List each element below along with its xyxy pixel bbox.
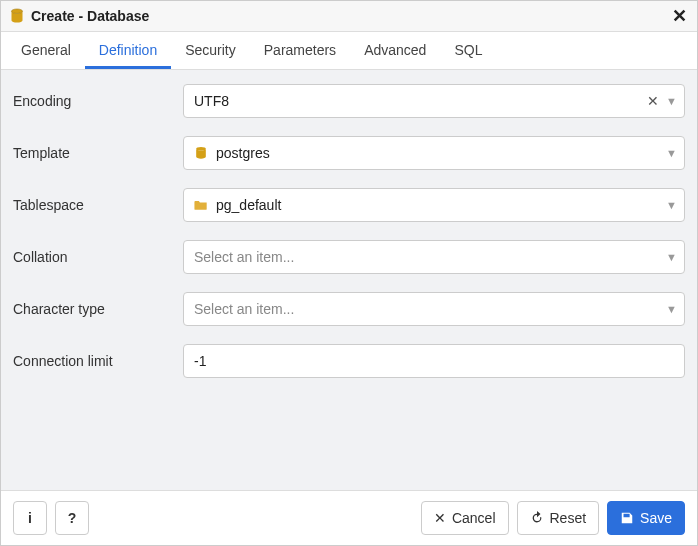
label-character-type: Character type (13, 301, 183, 317)
label-collation: Collation (13, 249, 183, 265)
info-icon: i (28, 510, 32, 526)
template-select[interactable]: postgres (183, 136, 685, 170)
tab-general[interactable]: General (7, 32, 85, 69)
save-label: Save (640, 510, 672, 526)
tablespace-select[interactable]: pg_default (183, 188, 685, 222)
connection-limit-input[interactable] (183, 344, 685, 378)
row-tablespace: Tablespace pg_default ▼ (13, 188, 685, 222)
row-encoding: Encoding UTF8 ✕ ▼ (13, 84, 685, 118)
row-template: Template postgres ▼ (13, 136, 685, 170)
cancel-label: Cancel (452, 510, 496, 526)
character-type-select[interactable]: Select an item... (183, 292, 685, 326)
help-button[interactable]: ? (55, 501, 89, 535)
save-icon (620, 511, 634, 525)
save-button[interactable]: Save (607, 501, 685, 535)
database-icon (194, 146, 208, 160)
svg-point-2 (196, 147, 206, 151)
folder-icon (194, 198, 208, 212)
encoding-value: UTF8 (194, 93, 229, 109)
close-icon: ✕ (672, 6, 687, 26)
character-type-placeholder: Select an item... (194, 301, 294, 317)
tab-advanced[interactable]: Advanced (350, 32, 440, 69)
tab-sql[interactable]: SQL (440, 32, 496, 69)
help-icon: ? (68, 510, 77, 526)
collation-placeholder: Select an item... (194, 249, 294, 265)
label-template: Template (13, 145, 183, 161)
encoding-clear-button[interactable]: ✕ (647, 94, 659, 108)
info-button[interactable]: i (13, 501, 47, 535)
row-connection-limit: Connection limit (13, 344, 685, 378)
close-button[interactable]: ✕ (672, 7, 687, 25)
tabs: General Definition Security Parameters A… (1, 32, 697, 70)
label-tablespace: Tablespace (13, 197, 183, 213)
reset-icon (530, 511, 544, 525)
tablespace-value: pg_default (216, 197, 281, 213)
close-icon: ✕ (647, 93, 659, 109)
reset-label: Reset (550, 510, 587, 526)
cancel-button[interactable]: ✕ Cancel (421, 501, 509, 535)
row-collation: Collation Select an item... ▼ (13, 240, 685, 274)
database-icon (9, 8, 25, 24)
tab-parameters[interactable]: Parameters (250, 32, 350, 69)
label-connection-limit: Connection limit (13, 353, 183, 369)
label-encoding: Encoding (13, 93, 183, 109)
row-character-type: Character type Select an item... ▼ (13, 292, 685, 326)
create-database-dialog: Create - Database ✕ General Definition S… (0, 0, 698, 546)
close-icon: ✕ (434, 510, 446, 526)
tab-definition[interactable]: Definition (85, 32, 171, 69)
template-value: postgres (216, 145, 270, 161)
form-body: Encoding UTF8 ✕ ▼ Template (1, 70, 697, 490)
tab-security[interactable]: Security (171, 32, 250, 69)
footer: i ? ✕ Cancel Reset Save (1, 490, 697, 545)
dialog-title: Create - Database (31, 8, 672, 24)
reset-button[interactable]: Reset (517, 501, 600, 535)
collation-select[interactable]: Select an item... (183, 240, 685, 274)
encoding-select[interactable]: UTF8 (183, 84, 685, 118)
titlebar: Create - Database ✕ (1, 1, 697, 32)
